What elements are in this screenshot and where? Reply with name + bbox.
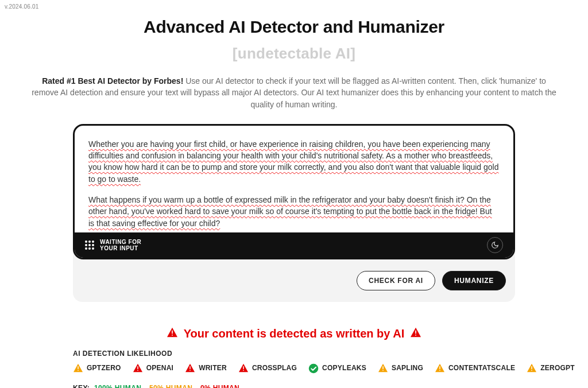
- status-waiting: WAITING FOR YOUR INPUT: [85, 239, 141, 251]
- warning-triangle-icon: [238, 363, 249, 373]
- detector-item-zerogpt: ZEROGPT: [527, 363, 575, 373]
- detector-label: GPTZERO: [87, 364, 121, 372]
- detectors-row: GPTZEROOPENAIWRITERCROSSPLAGCOPYLEAKSSAP…: [73, 363, 515, 373]
- legend-50-human: 50% HUMAN: [149, 384, 192, 388]
- subtitle: [undetectable AI]: [233, 45, 355, 63]
- svg-rect-16: [439, 370, 440, 371]
- warning-triangle-icon: [133, 363, 143, 373]
- svg-rect-5: [78, 370, 78, 371]
- svg-rect-6: [137, 366, 138, 369]
- svg-rect-15: [439, 366, 440, 369]
- svg-rect-8: [189, 366, 190, 369]
- detector-label: COPYLEAKS: [322, 364, 366, 372]
- page-title: Advanced AI Detector and Humanizer: [144, 17, 444, 37]
- waiting-line-2: YOUR INPUT: [100, 245, 141, 251]
- warning-triangle-icon: [185, 363, 195, 373]
- dark-mode-toggle[interactable]: [487, 237, 503, 253]
- legend: KEY: 100% HUMAN 50% HUMAN 0% HUMAN: [73, 384, 515, 388]
- check-circle-icon: [308, 363, 319, 373]
- intro-text: Rated #1 Best AI Detector by Forbes! Use…: [18, 75, 570, 110]
- subtitle-text: undetectable AI: [238, 45, 351, 62]
- page: Advanced AI Detector and Humanizer [unde…: [0, 0, 588, 388]
- detector-item-contentatscale: CONTENTATSCALE: [435, 363, 515, 373]
- detector-label: WRITER: [199, 364, 227, 372]
- detector-label: OPENAI: [146, 364, 173, 372]
- svg-rect-14: [382, 370, 383, 371]
- editor-textarea[interactable]: Whether you are having your first child,…: [75, 126, 513, 232]
- intro-strong: Rated #1 Best AI Detector by Forbes!: [42, 76, 183, 86]
- banner-text: Your content is detected as written by A…: [184, 327, 405, 340]
- svg-rect-17: [531, 366, 532, 369]
- legend-100-human: 100% HUMAN: [94, 384, 141, 388]
- warning-triangle-icon: [435, 363, 445, 373]
- detector-item-crossplag: CROSSPLAG: [238, 363, 297, 373]
- warning-icon: [410, 327, 421, 340]
- svg-rect-0: [172, 331, 173, 334]
- grid-dots-icon: [85, 240, 94, 250]
- svg-rect-11: [243, 370, 243, 371]
- editor-paragraph-2: What happens if you warm up a bottle of …: [88, 195, 492, 228]
- detector-label: CROSSPLAG: [252, 364, 297, 372]
- svg-rect-10: [243, 366, 243, 369]
- humanize-button[interactable]: HUMANIZE: [442, 271, 506, 290]
- editor-card: Whether you are having your first child,…: [73, 124, 515, 259]
- detector-label: CONTENTATSCALE: [448, 364, 515, 372]
- detector-label: SAPLING: [392, 364, 423, 372]
- action-row: CHECK FOR AI HUMANIZE: [73, 259, 515, 302]
- editor-paragraph-1: Whether you are having your first child,…: [88, 139, 499, 184]
- warning-triangle-icon: [73, 363, 83, 373]
- svg-rect-18: [531, 370, 532, 371]
- moon-icon: [491, 241, 499, 249]
- detector-item-openai: OPENAI: [133, 363, 173, 373]
- warning-icon: [167, 327, 178, 340]
- ai-detected-banner: Your content is detected as written by A…: [167, 327, 422, 340]
- detector-item-writer: WRITER: [185, 363, 227, 373]
- svg-rect-2: [415, 331, 416, 334]
- bracket-left: [: [233, 45, 238, 62]
- check-for-ai-button[interactable]: CHECK FOR AI: [357, 271, 435, 290]
- detectors-heading: AI DETECTION LIKELIHOOD: [73, 350, 515, 358]
- svg-rect-13: [382, 366, 383, 369]
- waiting-line-1: WAITING FOR: [100, 239, 141, 245]
- svg-rect-7: [137, 370, 138, 371]
- svg-point-12: [309, 364, 319, 374]
- version-label: v.2024.06.01: [5, 3, 39, 10]
- bracket-right: ]: [350, 45, 355, 62]
- detector-item-gptzero: GPTZERO: [73, 363, 121, 373]
- waiting-text: WAITING FOR YOUR INPUT: [100, 239, 141, 251]
- detector-item-sapling: SAPLING: [378, 363, 423, 373]
- warning-triangle-icon: [527, 363, 537, 373]
- detectors-section: AI DETECTION LIKELIHOOD GPTZEROOPENAIWRI…: [73, 350, 515, 388]
- warning-triangle-icon: [378, 363, 388, 373]
- legend-key: KEY:: [73, 384, 90, 388]
- svg-rect-1: [172, 335, 173, 336]
- editor-footer: WAITING FOR YOUR INPUT: [75, 232, 513, 258]
- detector-label: ZEROGPT: [540, 364, 575, 372]
- legend-0-human: 0% HUMAN: [200, 384, 239, 388]
- detector-item-copyleaks: COPYLEAKS: [308, 363, 366, 373]
- editor-panel: Whether you are having your first child,…: [73, 124, 515, 302]
- svg-rect-9: [189, 370, 190, 371]
- svg-rect-3: [415, 335, 416, 336]
- svg-rect-4: [78, 366, 78, 369]
